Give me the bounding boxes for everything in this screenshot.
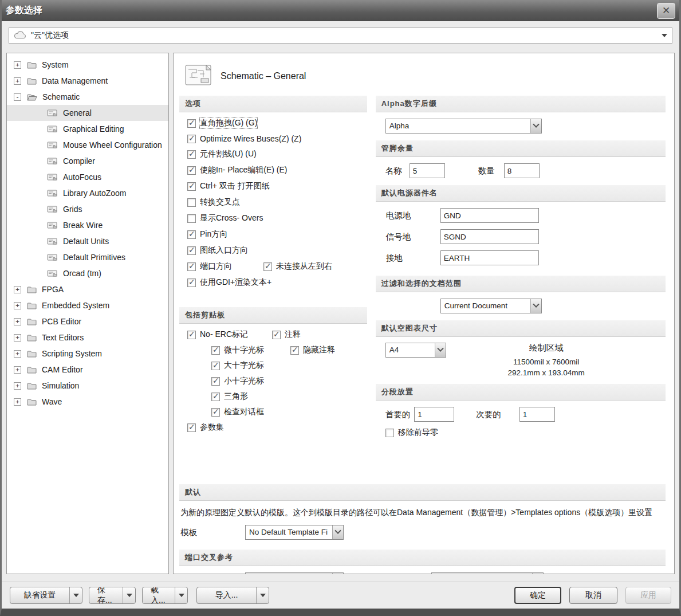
checkbox-convert-cross-junctions[interactable]: 转换交叉点 (187, 197, 240, 207)
power-ground-input[interactable] (440, 208, 539, 223)
tree-item-default-units[interactable]: Default Units (7, 233, 168, 249)
sheet-style-dropdown[interactable]: Name (245, 572, 344, 574)
dropdown-arrow-icon[interactable] (532, 573, 543, 574)
dropdown-arrow-icon[interactable] (530, 299, 541, 313)
expand-icon[interactable]: + (14, 334, 21, 342)
primary-input[interactable] (414, 407, 454, 422)
apply-button[interactable]: 应用 (625, 587, 671, 604)
checkbox-component-cut-wire[interactable]: 元件割线(U) (U) (187, 149, 257, 159)
checkbox-notes[interactable]: 注释 (272, 329, 301, 340)
dropdown-arrow-icon[interactable] (530, 119, 541, 133)
dropdown-arrow-icon[interactable] (435, 343, 446, 357)
tree-item-general[interactable]: General (7, 105, 168, 121)
secondary-input[interactable] (519, 407, 555, 422)
tree-item-orcad[interactable]: Orcad (tm) (7, 265, 168, 281)
save-button[interactable]: 保存... (89, 587, 136, 604)
checkbox-large-cross[interactable]: 大十字光标 (211, 360, 264, 371)
checkbox-icon (187, 214, 196, 223)
expand-icon[interactable]: + (14, 366, 21, 374)
tree-item-cam-editor[interactable]: + CAM Editor (7, 362, 168, 378)
dropdown-arrow-icon[interactable] (69, 587, 82, 603)
checkbox-optimize-wires-buses[interactable]: Optimize Wires Buses(Z) (Z) (187, 134, 301, 143)
checkbox-unconnected-left-to-right[interactable]: 未连接从左到右 (263, 261, 332, 272)
template-dropdown[interactable]: No Default Template Fi (245, 525, 344, 540)
expand-icon[interactable]: + (14, 77, 21, 85)
checkbox-display-cross-overs[interactable]: 显示Cross- Overs (187, 213, 263, 223)
tree-item-library-autozoom[interactable]: Library AutoZoom (7, 185, 168, 201)
tree-item-break-wire[interactable]: Break Wire (7, 217, 168, 233)
tree-item-text-editors[interactable]: + Text Editors (7, 329, 168, 346)
folder-icon (27, 350, 37, 358)
ok-button[interactable]: 确定 (514, 587, 561, 604)
tree-item-wave[interactable]: + Wave (7, 394, 168, 410)
tree-item-default-primitives[interactable]: Default Primitives (7, 249, 168, 265)
checkbox-ctrl-doubleclick-open[interactable]: Ctrl+ 双击 打开图纸 (187, 181, 270, 191)
earth-input[interactable] (440, 250, 539, 265)
section-defaults: 默认 (179, 484, 666, 501)
checkbox-hide-notes[interactable]: 隐藏注释 (290, 345, 335, 355)
tree-item-embedded-system[interactable]: + Embedded System (7, 297, 168, 313)
pin-name-input[interactable] (410, 163, 445, 178)
checkbox-micro-cross[interactable]: 微十字光标 (211, 345, 264, 355)
document-scope-dropdown[interactable]: Current Document (440, 299, 542, 313)
expand-icon[interactable]: + (14, 302, 21, 309)
checkbox-pin-direction[interactable]: Pin方向 (187, 229, 227, 240)
tree-item-label: System (42, 60, 69, 69)
checkbox-small-cross[interactable]: 小十字光标 (211, 376, 264, 386)
preset-dropdown[interactable]: "云"优选项 (9, 28, 672, 44)
cancel-button[interactable]: 取消 (569, 587, 617, 604)
checkbox-render-text-gdi[interactable]: 使用GDI+渲染文本+ (187, 277, 271, 288)
expand-icon[interactable]: + (14, 61, 21, 69)
signal-ground-label: 信号地 (386, 232, 440, 242)
dropdown-arrow-icon[interactable] (662, 34, 667, 37)
section-clipboard: 包括剪贴板 (179, 307, 367, 324)
checkbox-triangle[interactable]: 三角形 (211, 391, 248, 402)
expand-icon[interactable]: + (14, 398, 21, 406)
checkbox-parameter-sets[interactable]: 参数集 (187, 422, 224, 433)
tree-item-autofocus[interactable]: AutoFocus (7, 169, 168, 185)
expand-icon[interactable]: + (14, 286, 21, 293)
checkbox-check-dialog[interactable]: 检查对话框 (211, 407, 264, 417)
tree-item-compiler[interactable]: Compiler (7, 153, 168, 169)
tree-item-system[interactable]: + System (7, 57, 168, 73)
tree-item-label: Simulation (42, 381, 79, 390)
checkbox-enable-inplace-editing[interactable]: 使能In- Place编辑(E) (E) (187, 165, 287, 175)
tree-item-graphical-editing[interactable]: Graphical Editing (7, 121, 168, 137)
checkbox-no-erc-markers[interactable]: No- ERC标记 (187, 329, 248, 340)
sheet-size-mm: 292.1mm x 193.04mm (466, 368, 627, 377)
sheet-size-dropdown[interactable]: A4 (385, 343, 446, 358)
expand-icon[interactable]: + (14, 350, 21, 358)
tree-item-data-management[interactable]: + Data Management (7, 73, 168, 89)
settings-page-icon (47, 125, 58, 133)
load-button[interactable]: 载入... (142, 587, 188, 604)
checkbox-remove-leading-zeros[interactable]: 移除前导零 (385, 427, 438, 438)
tree-item-label: Grids (63, 205, 82, 214)
tree-item-fpga[interactable]: + FPGA (7, 281, 168, 297)
checkbox-drag-orthogonal[interactable]: 直角拖拽(G) (G) (187, 118, 257, 128)
dropdown-arrow-icon[interactable] (332, 573, 343, 574)
expand-icon[interactable]: + (14, 382, 21, 390)
close-icon[interactable]: ✕ (657, 3, 675, 19)
tree-item-mouse-wheel-configuration[interactable]: Mouse Wheel Configuration (7, 137, 168, 153)
expand-icon[interactable]: + (14, 318, 21, 325)
checkbox-port-direction[interactable]: 端口方向 (187, 261, 232, 272)
default-settings-button[interactable]: 缺省设置 (10, 587, 82, 604)
dropdown-arrow-icon[interactable] (332, 525, 343, 539)
tree-item-schematic[interactable]: - Schematic (7, 89, 168, 105)
collapse-icon[interactable]: - (14, 93, 21, 101)
tree-item-simulation[interactable]: + Simulation (7, 378, 168, 394)
signal-ground-input[interactable] (440, 229, 539, 244)
location-style-dropdown[interactable]: Zone (431, 572, 544, 574)
pin-qty-input[interactable] (504, 163, 540, 178)
folder-icon (27, 318, 37, 325)
checkbox-sheet-entry-direction[interactable]: 图纸入口方向 (187, 245, 248, 256)
tree-item-grids[interactable]: Grids (7, 201, 168, 217)
dropdown-arrow-icon[interactable] (175, 587, 187, 603)
dropdown-arrow-icon[interactable] (123, 587, 135, 603)
title-bar[interactable]: 参数选择 ✕ (0, 0, 681, 21)
import-button[interactable]: 导入... (196, 587, 269, 604)
tree-item-pcb-editor[interactable]: + PCB Editor (7, 313, 168, 329)
tree-item-scripting-system[interactable]: + Scripting System (7, 346, 168, 362)
alpha-suffix-dropdown[interactable]: Alpha (385, 119, 542, 134)
dropdown-arrow-icon[interactable] (256, 587, 269, 603)
